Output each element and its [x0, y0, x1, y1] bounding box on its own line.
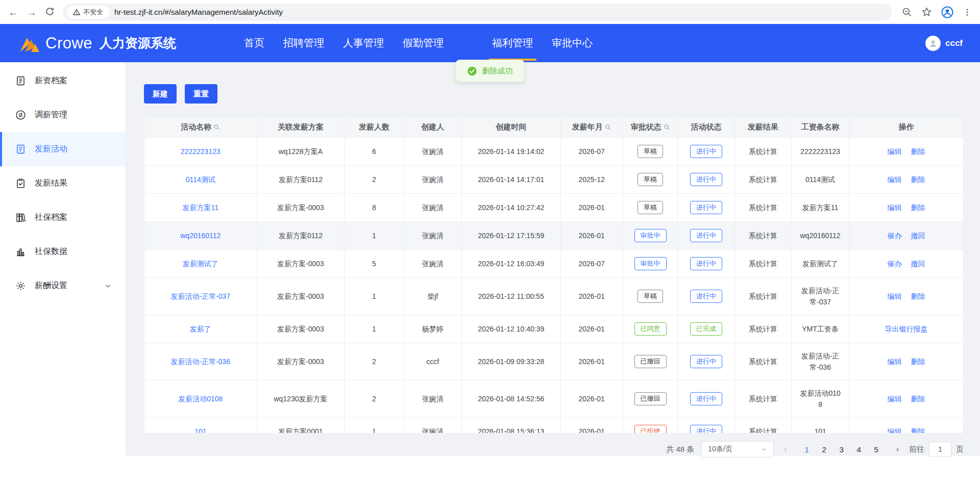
zoom-out-icon[interactable]	[902, 7, 912, 17]
search-icon[interactable]	[605, 124, 611, 131]
sidebar: 薪资档案 调薪管理 发薪活动 发薪结果 社保档案	[0, 62, 125, 487]
col-pay-month[interactable]: 发薪年月	[560, 117, 623, 138]
payslip-name-cell: wq20160112	[791, 222, 849, 250]
search-icon[interactable]	[213, 124, 220, 131]
edit-link[interactable]: 编辑	[888, 147, 902, 156]
page-number-5[interactable]: 5	[869, 442, 884, 457]
activity-name-link[interactable]: 101	[194, 427, 206, 433]
plan-cell: 发薪方案-0003	[257, 278, 345, 315]
total-count: 共 48 条	[666, 445, 694, 454]
delete-link[interactable]: 删除	[911, 357, 925, 366]
creator-cell: 张婉清	[404, 380, 461, 418]
pay-result-cell: 系统计算	[734, 315, 791, 343]
withdraw-link[interactable]: 撤回	[911, 232, 925, 240]
activity-name-link[interactable]: 发薪测试了	[183, 260, 218, 268]
activity-name-cell: 发薪测试了	[144, 250, 257, 278]
browser-forward-icon[interactable]: →	[27, 7, 37, 17]
approval-status-cell: 草稿	[623, 138, 677, 166]
urge-link[interactable]: 催办	[888, 260, 902, 268]
sidebar-item-salary-result[interactable]: 发薪结果	[0, 166, 125, 200]
reload-icon	[45, 7, 55, 16]
created-time-cell: 2026-01-12 10:40:39	[461, 315, 560, 343]
plan-cell: 发薪方案-0003	[257, 194, 345, 222]
goto-page-input[interactable]	[929, 442, 951, 457]
activity-status-cell: 进行中	[678, 250, 734, 278]
edit-link[interactable]: 编辑	[888, 203, 902, 212]
activity-name-link[interactable]: 发薪方案11	[183, 203, 219, 212]
plan-cell: 发薪方案0112	[257, 166, 345, 194]
search-icon[interactable]	[664, 124, 670, 131]
header-user[interactable]: cccf	[925, 36, 963, 51]
activity-name-link[interactable]: 2222223123	[181, 147, 220, 156]
url-text: hr-test.zjf-it.cn/#/salaryManagement/sal…	[114, 8, 283, 16]
activity-name-link[interactable]: 发薪了	[190, 325, 211, 333]
withdraw-link[interactable]: 撤回	[911, 260, 925, 268]
address-bar[interactable]: 不安全 hr-test.zjf-it.cn/#/salaryManagement…	[63, 4, 892, 21]
table-row: 发薪了发薪方案-00031杨梦婷2026-01-12 10:40:392026-…	[144, 315, 964, 343]
sidebar-item-salary-activity[interactable]: 发薪活动	[0, 132, 125, 166]
page-number-4[interactable]: 4	[851, 442, 867, 457]
nav-item-hr[interactable]: 人事管理	[343, 24, 384, 62]
approval-status-badge: 草稿	[638, 201, 663, 214]
activity-name-link[interactable]: 发薪活动-正常-036	[170, 357, 230, 366]
security-chip[interactable]: 不安全	[67, 6, 109, 19]
edit-link[interactable]: 编辑	[888, 395, 902, 403]
profile-avatar-icon[interactable]	[941, 6, 953, 18]
activity-status-badge: 进行中	[690, 290, 722, 303]
sidebar-item-social-archive[interactable]: 社保档案	[0, 200, 125, 235]
nav-item-approval[interactable]: 审批中心	[552, 24, 593, 62]
activity-name-link[interactable]: 0114测试	[186, 175, 215, 184]
delete-link[interactable]: 删除	[911, 147, 925, 156]
table-header-row: 活动名称 关联发薪方案 发薪人数 创建人 创建时间 发薪年月 审批状态 活动状态	[144, 117, 964, 138]
plan-cell: 发薪方案0001	[257, 418, 345, 433]
app-title: 人力资源系统	[100, 35, 176, 52]
sidebar-item-salary-adjust[interactable]: 调薪管理	[0, 98, 125, 132]
activity-name-link[interactable]: 发薪活动0108	[178, 395, 223, 403]
edit-link[interactable]: 编辑	[888, 357, 902, 366]
pay-month-cell: 2026-07	[560, 250, 623, 278]
edit-link[interactable]: 编辑	[888, 292, 902, 300]
activity-name-link[interactable]: 发薪活动-正常-037	[170, 292, 230, 300]
delete-link[interactable]: 删除	[911, 175, 925, 184]
pay-month-cell: 2026-01	[560, 315, 623, 343]
sidebar-item-social-data[interactable]: 社保数据	[0, 235, 125, 269]
browser-reload-icon[interactable]	[45, 7, 55, 18]
page-number-1[interactable]: 1	[799, 442, 815, 457]
activity-status-badge: 进行中	[690, 392, 722, 405]
col-payslip-name: 工资条名称	[791, 117, 849, 138]
nav-item-attendance[interactable]: 假勤管理	[403, 24, 444, 62]
edit-link[interactable]: 编辑	[888, 427, 902, 433]
page-number-2[interactable]: 2	[817, 442, 832, 457]
page-size-select[interactable]: 10条/页	[701, 441, 774, 457]
col-approval-status[interactable]: 审批状态	[623, 117, 677, 138]
delete-link[interactable]: 删除	[911, 203, 925, 212]
urge-link[interactable]: 催办	[888, 232, 902, 240]
payslip-name-cell: 发薪测试了	[791, 250, 849, 278]
export-bank-file-link[interactable]: 导出银行报盘	[885, 325, 928, 333]
sidebar-item-salary-settings[interactable]: 薪酬设置	[0, 269, 125, 303]
delete-link[interactable]: 删除	[911, 427, 925, 433]
nav-item-home[interactable]: 首页	[244, 24, 264, 62]
approval-status-badge: 审批中	[634, 257, 667, 270]
nav-item-recruit[interactable]: 招聘管理	[283, 24, 324, 62]
kebab-menu-icon[interactable]	[963, 8, 972, 17]
next-page-icon[interactable]: ›	[893, 445, 902, 454]
reset-button[interactable]: 重置	[185, 84, 217, 104]
page-number-3[interactable]: 3	[834, 442, 849, 457]
activity-name-link[interactable]: wq20160112	[180, 232, 220, 240]
browser-back-icon[interactable]: ←	[8, 7, 18, 17]
delete-link[interactable]: 删除	[911, 395, 925, 403]
count-cell: 6	[345, 138, 404, 166]
delete-link[interactable]: 删除	[911, 292, 925, 300]
create-button[interactable]: 新建	[144, 84, 177, 104]
edit-link[interactable]: 编辑	[888, 175, 902, 184]
prev-page-icon[interactable]: ‹	[781, 445, 790, 454]
sidebar-item-salary-archive[interactable]: 薪资档案	[0, 64, 125, 98]
operations-cell: 编辑删除	[849, 380, 964, 418]
approval-status-badge: 草稿	[638, 145, 663, 158]
nav-item-welfare[interactable]: 福利管理	[492, 24, 533, 62]
col-activity-name[interactable]: 活动名称	[144, 117, 257, 138]
bookmark-star-icon[interactable]	[921, 7, 932, 17]
created-time-cell: 2026-01-12 16:03:49	[461, 250, 560, 278]
payslip-name-cell: 发薪活动-正常-037	[791, 278, 849, 315]
